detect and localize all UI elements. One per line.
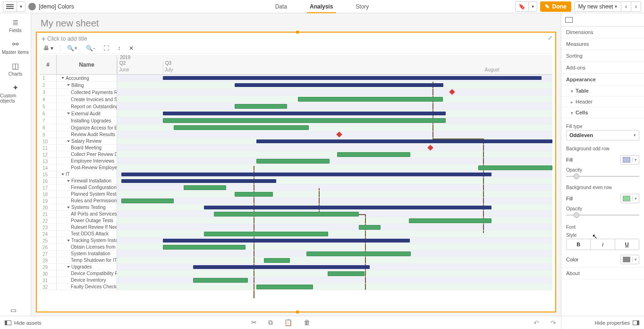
- task-bar[interactable]: [184, 185, 226, 190]
- gantt-row[interactable]: 15IT: [40, 171, 552, 178]
- rail-collapse[interactable]: ▭: [10, 306, 17, 314]
- sheet-prev[interactable]: ‹: [621, 2, 631, 11]
- tab-story[interactable]: Story: [353, 0, 372, 13]
- summary-bar[interactable]: [121, 179, 276, 183]
- section-measures[interactable]: Measures: [561, 38, 644, 50]
- sheet-dropdown[interactable]: My new sheet ▾: [575, 2, 621, 11]
- task-bar[interactable]: [306, 251, 411, 256]
- sheet-next[interactable]: ›: [631, 2, 641, 11]
- task-bar[interactable]: [214, 212, 359, 216]
- section-appearance[interactable]: Appearance: [561, 74, 644, 86]
- gantt-row[interactable]: 27System Installation: [40, 251, 552, 257]
- expand-icon[interactable]: ⤢: [548, 35, 552, 41]
- odd-fill-picker[interactable]: [620, 155, 639, 164]
- timeline-header[interactable]: 2019 Q2 Q3 June July August: [117, 55, 552, 74]
- task-bar[interactable]: [256, 285, 313, 289]
- gantt-object[interactable]: Click to add title ⤢ 🖶 ▾ 🔍+ 🔍- ⛶ ↕ ✕ # N…: [36, 32, 556, 312]
- gantt-row[interactable]: 29Upgrades: [40, 264, 552, 270]
- odd-opacity-slider[interactable]: [566, 173, 639, 179]
- gantt-row[interactable]: 18Planned System Restart: [40, 191, 552, 198]
- collapse-icon[interactable]: [67, 266, 70, 268]
- hide-properties-button[interactable]: Hide properties: [561, 316, 644, 329]
- paste-icon[interactable]: 📋: [284, 319, 292, 327]
- gantt-row[interactable]: 22Power Outage Tests: [40, 217, 552, 224]
- table-tab-icon[interactable]: [565, 17, 573, 23]
- global-menu[interactable]: ▾: [3, 1, 25, 12]
- summary-bar[interactable]: [204, 206, 491, 209]
- task-bar[interactable]: [328, 271, 364, 276]
- collapse-icon[interactable]: [67, 84, 70, 86]
- collapse-icon[interactable]: [61, 173, 64, 175]
- fit-icon[interactable]: ⛶: [102, 44, 111, 52]
- even-fill-picker[interactable]: [620, 194, 639, 203]
- bookmark-menu[interactable]: 🔖 ▾: [515, 1, 537, 12]
- collapse-icon[interactable]: [61, 77, 64, 79]
- sheet-title[interactable]: My new sheet: [36, 18, 556, 29]
- tab-data[interactable]: Data: [272, 0, 290, 13]
- task-bar[interactable]: [409, 218, 491, 223]
- hub-icon[interactable]: [28, 3, 36, 10]
- gantt-row[interactable]: 25Tracking System Installation: [40, 237, 552, 244]
- done-button[interactable]: ✎ Done: [540, 1, 571, 12]
- summary-bar[interactable]: [163, 239, 410, 242]
- task-bar[interactable]: [359, 225, 381, 230]
- print-menu[interactable]: 🖶 ▾: [42, 44, 55, 52]
- collapse-icon[interactable]: [67, 140, 70, 142]
- task-bar[interactable]: [163, 118, 446, 123]
- task-bar[interactable]: [256, 159, 330, 164]
- copy-icon[interactable]: ⧉: [268, 319, 273, 327]
- italic-button[interactable]: I: [591, 239, 615, 250]
- gantt-row[interactable]: 16Firewall Installation: [40, 178, 552, 184]
- underline-button[interactable]: U: [615, 239, 639, 250]
- task-bar[interactable]: [174, 125, 309, 130]
- gantt-row[interactable]: 30Device Compatibility Review: [40, 270, 552, 277]
- task-bar[interactable]: [478, 165, 552, 170]
- task-bar[interactable]: [337, 152, 410, 157]
- gantt-row[interactable]: 21All Ports and Services Testing: [40, 211, 552, 217]
- summary-bar[interactable]: [193, 265, 369, 269]
- gantt-row[interactable]: 13Employee Interviews: [40, 158, 552, 164]
- summary-bar[interactable]: [163, 76, 542, 80]
- task-bar[interactable]: [121, 199, 174, 203]
- task-bar[interactable]: [264, 258, 290, 263]
- gantt-row[interactable]: 23Ruleset Review If Needed: [40, 224, 552, 231]
- milestone-diamond[interactable]: [427, 145, 433, 151]
- section-sorting[interactable]: Sorting: [561, 50, 644, 62]
- gantt-row[interactable]: 5Report on Outstanding Collections: [40, 103, 552, 110]
- milestone-diamond[interactable]: [449, 89, 455, 95]
- hide-assets-button[interactable]: Hide assets: [5, 320, 41, 326]
- gantt-row[interactable]: 2Billing: [40, 82, 552, 89]
- collapse-icon[interactable]: [67, 180, 70, 182]
- sub-header[interactable]: Header: [561, 96, 644, 107]
- col-number[interactable]: #: [40, 55, 57, 74]
- fill-type-select[interactable]: Odd/even: [566, 130, 639, 140]
- gantt-row[interactable]: 19Rules and Permissions Assignment: [40, 198, 552, 204]
- task-bar[interactable]: [235, 192, 273, 197]
- gantt-row[interactable]: 4Create Invoices and Send Documents: [40, 96, 552, 103]
- gantt-row[interactable]: 3Collected Payments Review: [40, 89, 552, 96]
- task-bar[interactable]: [235, 104, 287, 109]
- rail-custom-objects[interactable]: ✦Custom objects: [0, 83, 31, 104]
- gantt-row[interactable]: 7Installing Upgrades: [40, 117, 552, 124]
- expand-all-icon[interactable]: ↕: [116, 44, 122, 52]
- zoom-out-icon[interactable]: 🔍-: [84, 44, 97, 52]
- gantt-row[interactable]: 1Accounting: [40, 75, 552, 82]
- section-about[interactable]: About: [561, 267, 644, 279]
- rail-master-items[interactable]: ⚯Master items: [2, 40, 29, 55]
- sub-table[interactable]: Table: [561, 86, 644, 96]
- gantt-row[interactable]: 9Review Audit Results: [40, 131, 552, 138]
- collapse-icon[interactable]: [67, 113, 70, 114]
- viz-title[interactable]: Click to add title: [40, 35, 552, 43]
- task-bar[interactable]: [193, 278, 247, 283]
- gantt-row[interactable]: 31Device Inventory: [40, 277, 552, 284]
- task-bar[interactable]: [204, 232, 328, 236]
- gantt-row[interactable]: 20Systems Testing: [40, 204, 552, 211]
- even-opacity-slider[interactable]: [566, 212, 639, 218]
- summary-bar[interactable]: [121, 173, 491, 176]
- collapse-icon[interactable]: [67, 207, 70, 208]
- gantt-row[interactable]: 11Board Meeting: [40, 145, 552, 151]
- gantt-row[interactable]: 8Organize Access for External Auditors: [40, 124, 552, 131]
- sub-cells[interactable]: Cells: [561, 107, 644, 118]
- collapse-icon[interactable]: [67, 240, 70, 242]
- redo-icon[interactable]: ↷: [551, 319, 556, 327]
